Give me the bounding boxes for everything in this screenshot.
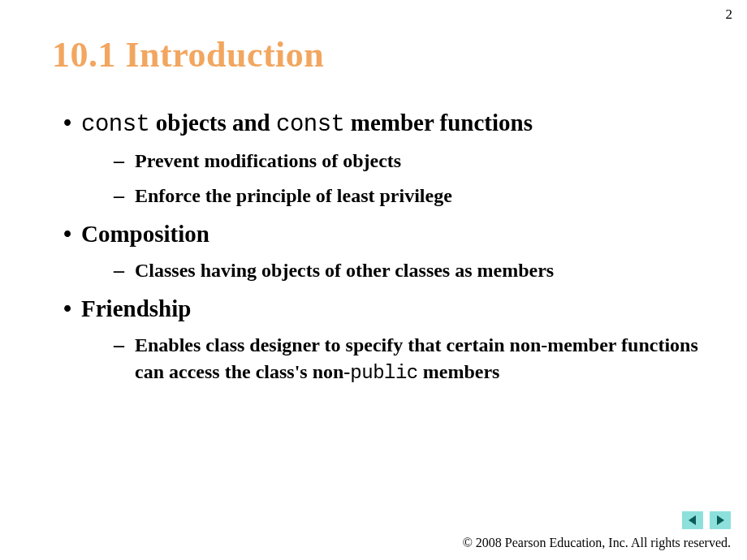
triangle-right-icon (715, 515, 726, 526)
sub-bullet-text: Enforce the principle of least privilege (135, 183, 715, 209)
body-text: objects and (150, 110, 276, 136)
bullet-level1: •Composition (63, 221, 715, 248)
page-number: 2 (726, 6, 733, 23)
body-text: members (418, 361, 500, 382)
body-text: Friendship (81, 295, 191, 321)
sub-bullet-text: Classes having objects of other classes … (135, 257, 715, 283)
bullet-level2: –Classes having objects of other classes… (114, 256, 715, 284)
bullet-mark-icon: • (63, 221, 81, 248)
slide-title: 10.1 Introduction (52, 34, 747, 75)
bullet-mark-icon: • (63, 295, 81, 322)
slide-content: •const objects and const member function… (63, 110, 715, 386)
svg-marker-1 (717, 515, 724, 525)
bullet-mark-icon: • (63, 110, 81, 136)
bullet-text: Composition (81, 221, 209, 248)
bullet-text: Friendship (81, 295, 191, 322)
nav-buttons (682, 511, 731, 529)
body-text: Prevent modifications of objects (135, 150, 401, 171)
sub-bullet-text: Enables class designer to specify that c… (135, 332, 715, 386)
bullet-level2: –Enables class designer to specify that … (114, 330, 715, 386)
sub-bullet-text: Prevent modifications of objects (135, 148, 715, 174)
body-text: member functions (345, 110, 533, 136)
bullet-level1: •const objects and const member function… (63, 110, 715, 138)
body-text: Enforce the principle of least privilege (135, 185, 452, 206)
dash-icon: – (114, 330, 135, 359)
dash-icon: – (114, 181, 135, 209)
code-text: const (276, 111, 345, 138)
body-text: Composition (81, 221, 209, 247)
prev-button[interactable] (682, 511, 703, 529)
bullet-level2: –Enforce the principle of least privileg… (114, 181, 715, 209)
bullet-text: const objects and const member functions (81, 110, 533, 138)
svg-marker-0 (689, 515, 696, 525)
copyright-text: © 2008 Pearson Education, Inc. All right… (463, 536, 731, 550)
dash-icon: – (114, 256, 135, 284)
dash-icon: – (114, 146, 135, 174)
next-button[interactable] (710, 511, 731, 529)
body-text: Classes having objects of other classes … (135, 260, 554, 281)
bullet-level1: •Friendship (63, 295, 715, 322)
code-text: const (81, 111, 150, 138)
code-text: public (350, 362, 417, 384)
bullet-level2: –Prevent modifications of objects (114, 146, 715, 174)
triangle-left-icon (687, 515, 698, 526)
